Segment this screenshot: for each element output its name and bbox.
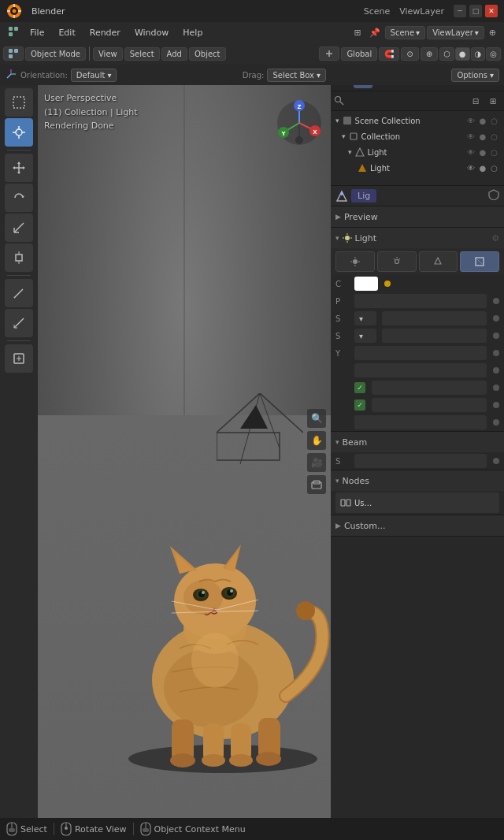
viewlayer-dropdown[interactable]: ViewLayer ▾: [427, 26, 484, 39]
extra-value-field[interactable]: [354, 363, 487, 377]
render-btn[interactable]: ◎: [486, 47, 501, 61]
point-light-btn[interactable]: [335, 251, 375, 272]
object-name-display[interactable]: Lig: [351, 189, 376, 203]
transform-dropdown[interactable]: [319, 46, 339, 61]
menu-window[interactable]: Window: [128, 26, 175, 39]
close-btn[interactable]: ✕: [485, 5, 498, 17]
scale-tool-btn[interactable]: [5, 214, 33, 242]
proportional-btn[interactable]: ⊙: [401, 47, 418, 61]
svg-point-143: [345, 236, 350, 240]
outliner-filter-btn[interactable]: ⊟: [468, 93, 484, 109]
power-dot[interactable]: [493, 298, 499, 304]
power-value-field[interactable]: [354, 294, 487, 308]
pan-icon[interactable]: ✋: [307, 431, 326, 450]
scene-dropdown[interactable]: Scene ▾: [385, 26, 426, 39]
svg-marker-157: [435, 258, 441, 264]
rotate-status: Rotate View: [61, 822, 127, 836]
options-dropdown[interactable]: Options ▾: [451, 69, 499, 82]
zoom-icon[interactable]: 🔍: [307, 409, 326, 428]
check-3-dot[interactable]: [493, 419, 499, 426]
power-prop-row: P: [331, 292, 504, 310]
color-dot[interactable]: [384, 281, 391, 287]
svg-line-31: [14, 223, 24, 232]
spread-dot[interactable]: [493, 458, 499, 464]
light-section-header[interactable]: ▾ Light ⚙: [331, 228, 504, 248]
editor-type-dropdown[interactable]: [3, 46, 24, 61]
light-section-gear[interactable]: ⚙: [491, 233, 499, 243]
svg-point-167: [65, 827, 68, 830]
check-3-value[interactable]: [354, 415, 487, 429]
magnet-btn[interactable]: 🧲: [379, 47, 399, 61]
drag-dropdown[interactable]: Select Box ▾: [267, 69, 326, 82]
color-swatch-btn[interactable]: [354, 277, 378, 291]
size-x-dot[interactable]: [493, 333, 499, 339]
sun-light-btn[interactable]: [377, 251, 417, 272]
view-menu-btn[interactable]: View: [93, 47, 123, 61]
beam-section-header[interactable]: ▾ Beam: [331, 432, 504, 452]
size-x-dropdown[interactable]: ▾: [354, 329, 376, 343]
add-menu-btn[interactable]: Add: [161, 47, 187, 61]
size-x-value-field[interactable]: [382, 329, 487, 343]
nodes-section-header[interactable]: ▾ Nodes: [331, 470, 504, 491]
menu-file[interactable]: File: [24, 26, 50, 39]
spread-value-field[interactable]: [354, 454, 487, 468]
editor-type-btn[interactable]: [5, 24, 22, 41]
outliner-row-1[interactable]: ▾ Scene Collection 👁 ● ○: [331, 113, 504, 128]
check-2[interactable]: ✓: [354, 400, 365, 411]
workspace-pin-btn[interactable]: 📌: [366, 26, 384, 39]
menu-help[interactable]: Help: [176, 26, 209, 39]
svg-rect-8: [14, 27, 18, 31]
nodes-item[interactable]: Us...: [335, 492, 499, 513]
area-light-btn[interactable]: [460, 251, 499, 272]
size-value-field[interactable]: [382, 311, 487, 325]
outliner-view-btn[interactable]: ⊞: [485, 93, 501, 109]
wireframe-btn[interactable]: ⬡: [439, 47, 454, 61]
annotate-tool-btn[interactable]: [5, 279, 33, 307]
beam-spread-row: S: [331, 452, 504, 470]
check-1[interactable]: ✓: [354, 382, 365, 393]
outliner-row-3[interactable]: ▾ Light 👁 ● ○: [331, 144, 504, 160]
maximize-btn[interactable]: □: [469, 5, 482, 17]
select-menu-btn[interactable]: Select: [124, 47, 160, 61]
properties-content: Lig ▶ Preview ▾ Light ⚙: [331, 186, 504, 818]
check-2-value[interactable]: [372, 398, 487, 412]
outliner-row-2[interactable]: ▾ Collection 👁 ● ○: [331, 128, 504, 144]
check-1-dot[interactable]: [493, 385, 499, 391]
cursor-tool-btn[interactable]: [5, 118, 33, 147]
check-2-dot[interactable]: [493, 402, 499, 408]
main-toolbar: Object Mode View Select Add Object Globa…: [0, 43, 504, 65]
object-mode-dropdown[interactable]: Object Mode: [25, 47, 86, 61]
overlay-btn[interactable]: ⊕: [421, 47, 438, 61]
size-y-value-field[interactable]: [354, 346, 487, 360]
object-menu-btn[interactable]: Object: [189, 47, 226, 61]
axis-gizmo[interactable]: Z X Y: [276, 99, 323, 147]
workspace-icon1[interactable]: ⊞: [350, 26, 364, 39]
svg-line-37: [15, 289, 23, 297]
spot-light-btn[interactable]: [419, 251, 458, 272]
outliner-row-4[interactable]: Light 👁 ● ○: [331, 160, 504, 176]
camera-icon[interactable]: 🎥: [307, 453, 326, 472]
orientation-dropdown[interactable]: Default ▾: [71, 69, 117, 82]
size-y-dot[interactable]: [493, 350, 499, 356]
preview-section-header[interactable]: ▶ Preview: [331, 206, 504, 227]
minimize-btn[interactable]: ─: [454, 5, 466, 17]
workspace-add-btn[interactable]: ⊕: [486, 26, 499, 39]
add-primitive-btn[interactable]: [5, 344, 33, 373]
main-viewport[interactable]: User Perspective (11) Collection | Light…: [38, 85, 331, 818]
check-1-value[interactable]: [372, 381, 487, 395]
menu-edit[interactable]: Edit: [52, 26, 81, 39]
size-dot[interactable]: [493, 315, 499, 322]
transform-tool-btn[interactable]: [5, 243, 33, 272]
measure-tool-btn[interactable]: [5, 309, 33, 337]
global-dropdown[interactable]: Global: [341, 47, 377, 61]
camera2-icon[interactable]: [307, 475, 326, 494]
size-dropdown[interactable]: ▾: [354, 311, 376, 325]
rotate-tool-btn[interactable]: [5, 184, 33, 212]
menu-render[interactable]: Render: [83, 26, 127, 39]
custom-section-header[interactable]: ▶ Custom...: [331, 515, 504, 536]
move-tool-btn[interactable]: [5, 154, 33, 182]
solid-btn[interactable]: ●: [455, 47, 470, 61]
matcap-btn[interactable]: ◑: [471, 47, 486, 61]
extra-dot[interactable]: [493, 367, 499, 374]
select-tool-btn[interactable]: [5, 88, 33, 117]
